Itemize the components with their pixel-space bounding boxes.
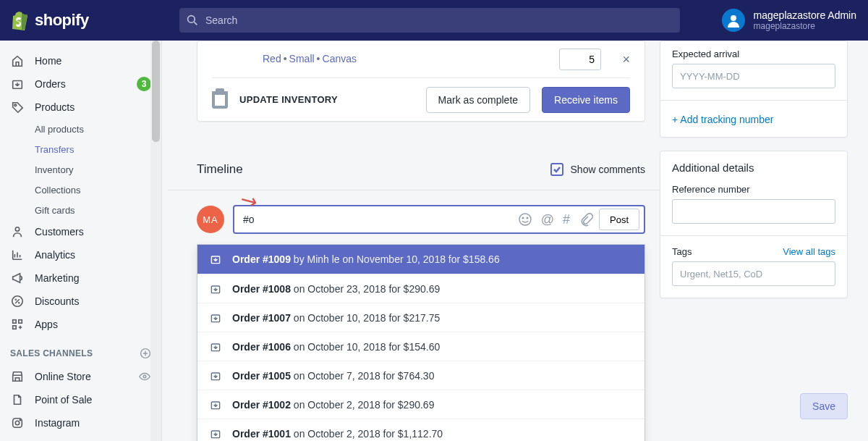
- sidebar: Home Orders 3 Products All products Tran…: [0, 41, 162, 441]
- svg-point-14: [20, 419, 20, 420]
- clipboard-icon: [212, 91, 228, 109]
- tags-input[interactable]: [672, 261, 835, 286]
- emoji-icon[interactable]: [518, 212, 532, 227]
- order-suggestion[interactable]: Order #1002 on October 2, 2018 for $290.…: [197, 390, 644, 419]
- quantity-input[interactable]: [559, 49, 601, 70]
- order-icon: [209, 369, 222, 382]
- order-suggestion[interactable]: Order #1008 on October 23, 2018 for $290…: [197, 274, 644, 303]
- svg-point-2: [731, 15, 736, 21]
- analytics-icon: [10, 248, 25, 262]
- sidebar-item-label: Analytics: [35, 249, 75, 261]
- sidebar-subitem-inventory[interactable]: Inventory: [0, 159, 161, 180]
- order-icon: [209, 340, 222, 353]
- attachment-icon[interactable]: [579, 212, 593, 227]
- store-icon: [10, 369, 25, 384]
- svg-rect-8: [19, 320, 22, 324]
- sidebar-item-analytics[interactable]: Analytics: [0, 243, 161, 266]
- store-name: mageplazastore: [754, 21, 856, 31]
- home-icon: [10, 54, 25, 68]
- sidebar-subitem-transfers[interactable]: Transfers: [0, 139, 161, 159]
- save-button[interactable]: Save: [800, 393, 848, 419]
- add-channel-icon[interactable]: [140, 348, 151, 359]
- svg-point-13: [15, 421, 19, 424]
- eye-icon[interactable]: [138, 370, 151, 383]
- receive-items-button[interactable]: Receive items: [542, 87, 630, 113]
- user-menu[interactable]: mageplazastore Admin mageplazastore: [699, 9, 856, 32]
- orders-badge: 3: [137, 77, 151, 91]
- channel-instagram[interactable]: Instagram: [0, 411, 161, 434]
- sidebar-subitem-gift-cards[interactable]: Gift cards: [0, 200, 161, 220]
- reference-icon[interactable]: #: [563, 212, 570, 227]
- reference-number-input[interactable]: [672, 199, 835, 224]
- checkbox-checked-icon: [550, 163, 563, 176]
- expected-arrival-input[interactable]: [672, 64, 835, 88]
- brand-name: shopify: [35, 11, 89, 30]
- customers-icon: [10, 224, 25, 239]
- sidebar-item-label: Orders: [35, 78, 66, 90]
- comment-input-container[interactable]: @ # Post: [233, 205, 645, 234]
- sidebar-item-label: Marketing: [35, 272, 79, 284]
- sidebar-item-label: Home: [35, 55, 61, 67]
- svg-line-1: [194, 22, 197, 25]
- timeline-heading: Timeline: [197, 162, 243, 177]
- order-suggestion[interactable]: Order #1009 by Minh le on November 10, 2…: [197, 245, 644, 274]
- sidebar-item-apps[interactable]: Apps: [0, 313, 161, 336]
- divider: [168, 190, 674, 190]
- mention-icon[interactable]: @: [541, 212, 554, 227]
- avatar-icon: [722, 9, 745, 32]
- order-icon: [209, 253, 222, 266]
- svg-point-4: [14, 104, 17, 106]
- sidebar-scrollbar-thumb[interactable]: [152, 41, 160, 142]
- show-comments-toggle[interactable]: Show comments: [550, 163, 645, 176]
- order-suggestion[interactable]: Order #1001 on October 2, 2018 for $1,11…: [197, 419, 644, 441]
- expected-arrival-label: Expected arrival: [672, 49, 835, 59]
- order-suggestion[interactable]: Order #1006 on October 10, 2018 for $154…: [197, 332, 644, 361]
- user-name: mageplazastore Admin: [754, 9, 856, 21]
- channel-online-store[interactable]: Online Store: [0, 365, 161, 388]
- post-button[interactable]: Post: [599, 209, 639, 230]
- order-icon: [209, 282, 222, 295]
- search-input[interactable]: [205, 14, 673, 26]
- sidebar-item-label: Online Store: [35, 371, 91, 382]
- sales-channels-header: SALES CHANNELS: [0, 336, 161, 365]
- channel-buy-button[interactable]: Buy Button: [0, 434, 161, 441]
- sidebar-item-discounts[interactable]: Discounts: [0, 290, 161, 313]
- commenter-avatar: MA: [197, 206, 224, 233]
- divider: [660, 235, 847, 236]
- discount-icon: [10, 294, 25, 308]
- view-all-tags-link[interactable]: View all tags: [783, 246, 835, 257]
- svg-point-16: [519, 214, 531, 225]
- additional-details-heading: Additional details: [672, 161, 835, 174]
- global-search[interactable]: [179, 8, 680, 33]
- sidebar-item-label: Products: [35, 101, 75, 113]
- svg-rect-7: [13, 320, 17, 324]
- sidebar-item-home[interactable]: Home: [0, 49, 161, 72]
- update-inventory-label: UPDATE INVENTORY: [239, 94, 338, 105]
- sidebar-item-customers[interactable]: Customers: [0, 220, 161, 243]
- order-suggestions-dropdown: Order #1009 by Minh le on November 10, 2…: [197, 244, 645, 441]
- remove-line-icon[interactable]: ×: [622, 52, 630, 67]
- sidebar-item-marketing[interactable]: Marketing: [0, 266, 161, 290]
- order-suggestion[interactable]: Order #1005 on October 7, 2018 for $764.…: [197, 361, 644, 390]
- sidebar-item-label: Point of Sale: [35, 394, 92, 406]
- mark-complete-button[interactable]: Mark as complete: [426, 87, 530, 113]
- sidebar-item-label: Customers: [35, 226, 84, 238]
- order-icon: [209, 311, 222, 324]
- apps-icon: [10, 317, 25, 332]
- sidebar-subitem-collections[interactable]: Collections: [0, 180, 161, 200]
- comment-input[interactable]: [243, 214, 512, 225]
- sidebar-subitem-all-products[interactable]: All products: [0, 119, 161, 139]
- order-icon: [209, 427, 222, 440]
- additional-details-card: Additional details Reference number Tags…: [660, 151, 848, 298]
- svg-point-17: [522, 217, 524, 219]
- sidebar-item-orders[interactable]: Orders 3: [0, 72, 161, 96]
- sidebar-item-products[interactable]: Products: [0, 96, 161, 119]
- brand: shopify: [9, 10, 174, 30]
- add-tracking-link[interactable]: + Add tracking number: [672, 111, 835, 125]
- order-suggestion[interactable]: Order #1007 on October 10, 2018 for $217…: [197, 303, 644, 332]
- channel-point-of-sale[interactable]: Point of Sale: [0, 388, 161, 411]
- reference-number-label: Reference number: [672, 184, 835, 195]
- svg-point-0: [188, 16, 195, 23]
- svg-point-5: [15, 227, 19, 231]
- pos-icon: [10, 392, 25, 407]
